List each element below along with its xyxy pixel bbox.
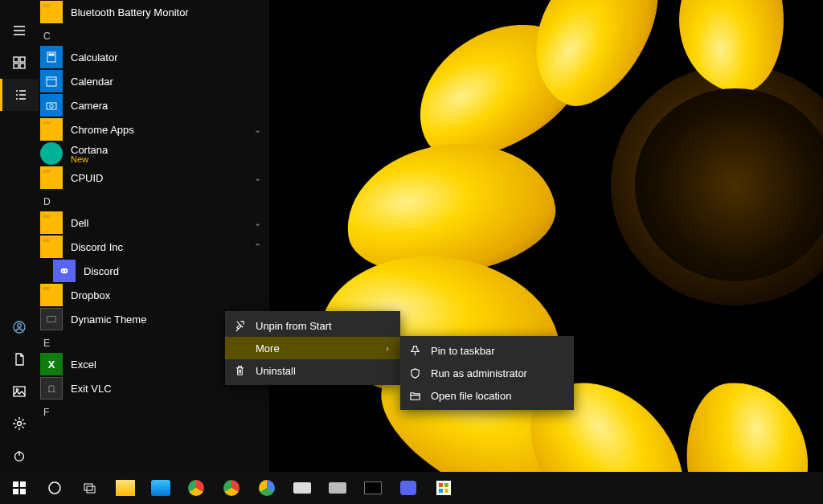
app-dell[interactable]: Dell⌄ xyxy=(39,211,269,235)
vlc-icon xyxy=(40,377,63,400)
app-calendar[interactable]: Calendar xyxy=(39,69,269,93)
context-menu: Unpin from Start More › Uninstall xyxy=(225,311,400,385)
taskbar-explorer[interactable] xyxy=(108,472,143,504)
svg-rect-3 xyxy=(20,64,25,68)
svg-rect-25 xyxy=(87,486,95,493)
folder-icon xyxy=(40,166,63,189)
ctx-label: Uninstall xyxy=(256,365,296,377)
svg-point-7 xyxy=(16,389,18,391)
folder-open-icon xyxy=(408,389,421,402)
taskbar-chrome-2[interactable] xyxy=(214,472,249,504)
rail-user[interactable] xyxy=(0,311,39,343)
unpin-icon xyxy=(233,319,246,332)
start-menu: Bluetooth Battery Monitor C Calculator C… xyxy=(0,0,269,472)
svg-rect-22 xyxy=(20,489,26,494)
ctx-unpin-from-start[interactable]: Unpin from Start xyxy=(225,314,400,337)
rail-menu[interactable] xyxy=(0,14,39,47)
rail-settings[interactable] xyxy=(0,408,39,440)
app-label: Discord Inc xyxy=(71,241,237,253)
folder-icon xyxy=(40,211,63,234)
svg-point-23 xyxy=(49,482,60,494)
chevron-up-icon: ⌃ xyxy=(245,242,269,252)
folder-icon xyxy=(40,118,63,141)
task-view-button[interactable] xyxy=(72,472,108,504)
app-chrome-apps[interactable]: Chrome Apps⌄ xyxy=(39,117,269,141)
pin-icon xyxy=(408,344,421,357)
app-camera[interactable]: Camera xyxy=(39,93,269,117)
chevron-down-icon: ⌄ xyxy=(245,125,269,135)
svg-rect-0 xyxy=(14,57,18,62)
app-label: Chrome Apps xyxy=(71,124,237,136)
ctx-label: Run as administrator xyxy=(431,367,527,379)
ctx-label: Unpin from Start xyxy=(256,320,332,332)
svg-rect-18 xyxy=(47,317,56,322)
rail-all-apps[interactable] xyxy=(0,79,39,111)
taskbar-chrome-canary[interactable] xyxy=(249,472,285,504)
svg-point-15 xyxy=(61,268,68,274)
folder-icon xyxy=(40,284,63,306)
svg-rect-11 xyxy=(49,54,55,56)
cortana-button[interactable] xyxy=(37,472,72,504)
ctx-run-as-administrator[interactable]: Run as administrator xyxy=(400,362,574,384)
svg-rect-24 xyxy=(84,484,92,490)
taskbar-chrome-1[interactable] xyxy=(178,472,214,504)
app-calculator[interactable]: Calculator xyxy=(39,45,269,69)
svg-point-5 xyxy=(18,324,22,328)
svg-rect-21 xyxy=(13,489,18,494)
app-cortana[interactable]: CortanaNew xyxy=(39,141,269,166)
rail-documents[interactable] xyxy=(0,343,39,375)
ctx-open-file-location[interactable]: Open file location xyxy=(400,384,574,407)
cortana-icon xyxy=(40,142,63,165)
chevron-down-icon: ⌄ xyxy=(245,218,269,228)
svg-rect-12 xyxy=(47,77,56,86)
svg-rect-2 xyxy=(14,64,18,68)
app-label: Dropbox xyxy=(71,289,269,301)
context-submenu-more: Pin to taskbar Run as administrator Open… xyxy=(400,336,574,410)
ctx-uninstall[interactable]: Uninstall xyxy=(225,359,400,382)
discord-icon xyxy=(53,260,76,282)
folder-icon xyxy=(40,236,63,258)
section-letter-c[interactable]: C xyxy=(39,24,269,45)
rail-pictures[interactable] xyxy=(0,375,39,408)
svg-rect-20 xyxy=(20,481,26,487)
start-button[interactable] xyxy=(2,472,37,504)
app-label: Bluetooth Battery Monitor xyxy=(71,6,269,18)
taskbar-cmd[interactable] xyxy=(355,472,391,504)
svg-point-14 xyxy=(50,104,53,108)
trash-icon xyxy=(233,364,246,377)
ctx-label: Pin to taskbar xyxy=(431,345,495,357)
taskbar-discord[interactable] xyxy=(391,472,426,504)
app-dropbox[interactable]: Dropbox xyxy=(39,283,269,307)
taskbar-store[interactable] xyxy=(426,472,461,504)
rail-power[interactable] xyxy=(0,440,39,472)
theme-icon xyxy=(40,308,63,330)
app-label: Dell xyxy=(71,217,237,229)
taskbar-app-2[interactable] xyxy=(320,472,355,504)
app-cpuid[interactable]: CPUID⌄ xyxy=(39,166,269,190)
app-discord[interactable]: Discord xyxy=(39,259,269,283)
ctx-label: Open file location xyxy=(431,390,511,402)
ctx-more[interactable]: More › xyxy=(225,337,400,359)
ctx-pin-to-taskbar[interactable]: Pin to taskbar xyxy=(400,339,574,362)
calculator-icon xyxy=(40,46,63,68)
taskbar xyxy=(0,472,823,504)
all-apps-list[interactable]: Bluetooth Battery Monitor C Calculator C… xyxy=(39,0,269,472)
svg-point-16 xyxy=(62,270,63,272)
section-letter-d[interactable]: D xyxy=(39,190,269,211)
taskbar-app-1[interactable] xyxy=(285,472,320,504)
svg-rect-1 xyxy=(20,57,25,62)
svg-rect-13 xyxy=(47,103,56,109)
taskbar-edge[interactable] xyxy=(143,472,178,504)
rail-productivity[interactable] xyxy=(0,47,39,79)
blank-icon xyxy=(233,342,246,354)
ctx-label: More xyxy=(256,342,280,354)
section-letter-f[interactable]: F xyxy=(39,400,269,421)
app-label: Discord xyxy=(84,265,269,277)
app-label: CPUID xyxy=(71,172,237,184)
app-bluetooth-battery-monitor[interactable]: Bluetooth Battery Monitor xyxy=(39,0,269,24)
app-discord-inc[interactable]: Discord Inc⌃ xyxy=(39,235,269,259)
chevron-right-icon: › xyxy=(386,343,389,353)
camera-icon xyxy=(40,94,63,117)
svg-point-8 xyxy=(18,422,22,426)
chevron-down-icon: ⌄ xyxy=(245,173,269,183)
